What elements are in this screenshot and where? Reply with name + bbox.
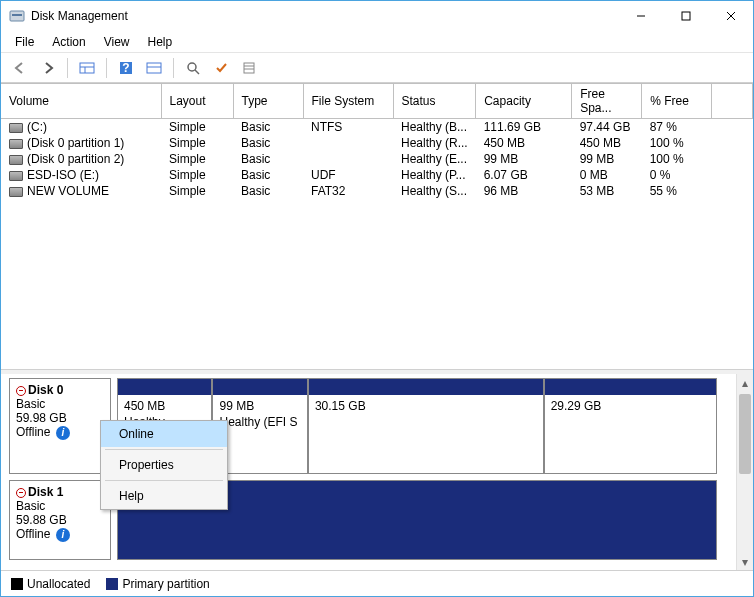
toolbar: ? (1, 53, 753, 83)
table-header-row: Volume Layout Type File System Status Ca… (1, 84, 753, 119)
back-button[interactable] (9, 57, 31, 79)
info-icon[interactable]: i (56, 426, 70, 440)
titlebar: Disk Management (1, 1, 753, 31)
menu-action[interactable]: Action (44, 33, 93, 51)
svg-rect-11 (147, 63, 161, 73)
disk-error-icon (16, 488, 26, 498)
volume-icon (9, 139, 23, 149)
svg-rect-15 (244, 63, 254, 73)
col-layout[interactable]: Layout (161, 84, 233, 119)
col-freespace[interactable]: Free Spa... (572, 84, 642, 119)
col-status[interactable]: Status (393, 84, 476, 119)
settings-button[interactable] (143, 57, 165, 79)
svg-point-13 (188, 63, 196, 71)
legend: Unallocated Primary partition (1, 570, 753, 596)
toolbar-separator (67, 58, 68, 78)
legend-swatch-navy (106, 578, 118, 590)
volume-table[interactable]: Volume Layout Type File System Status Ca… (1, 83, 753, 199)
partition[interactable]: 29.29 GB (544, 378, 717, 474)
svg-rect-3 (682, 12, 690, 20)
context-menu-help[interactable]: Help (101, 483, 227, 509)
table-row[interactable]: (Disk 0 partition 2)SimpleBasicHealthy (… (1, 151, 753, 167)
table-row[interactable]: (Disk 0 partition 1)SimpleBasicHealthy (… (1, 135, 753, 151)
svg-text:?: ? (122, 61, 129, 75)
disk-error-icon (16, 386, 26, 396)
menu-view[interactable]: View (96, 33, 138, 51)
col-filesystem[interactable]: File System (303, 84, 393, 119)
context-menu-separator (105, 449, 223, 450)
maximize-button[interactable] (663, 1, 708, 31)
volume-list-pane: Volume Layout Type File System Status Ca… (1, 83, 753, 370)
col-capacity[interactable]: Capacity (476, 84, 572, 119)
toolbar-separator (173, 58, 174, 78)
show-hide-button[interactable] (76, 57, 98, 79)
menu-file[interactable]: File (7, 33, 42, 51)
col-pctfree[interactable]: % Free (642, 84, 712, 119)
minimize-button[interactable] (618, 1, 663, 31)
svg-rect-1 (12, 14, 22, 16)
app-icon (9, 8, 25, 24)
forward-button[interactable] (37, 57, 59, 79)
table-row[interactable]: (C:)SimpleBasicNTFSHealthy (B...111.69 G… (1, 119, 753, 136)
volume-icon (9, 123, 23, 133)
toolbar-separator (106, 58, 107, 78)
col-blank (712, 84, 753, 119)
list-button[interactable] (238, 57, 260, 79)
volume-icon (9, 187, 23, 197)
info-icon[interactable]: i (56, 528, 70, 542)
refresh-button[interactable] (182, 57, 204, 79)
svg-rect-6 (80, 63, 94, 73)
table-row[interactable]: NEW VOLUMESimpleBasicFAT32Healthy (S...9… (1, 183, 753, 199)
window-title: Disk Management (31, 9, 618, 23)
action-button[interactable] (210, 57, 232, 79)
scroll-up-icon[interactable]: ▴ (737, 374, 753, 391)
col-volume[interactable]: Volume (1, 84, 161, 119)
disk-context-menu: Online Properties Help (100, 420, 228, 510)
scrollbar-thumb[interactable] (739, 394, 751, 474)
legend-swatch-black (11, 578, 23, 590)
legend-primary: Primary partition (106, 577, 209, 591)
help-button[interactable]: ? (115, 57, 137, 79)
legend-unallocated: Unallocated (11, 577, 90, 591)
scroll-down-icon[interactable]: ▾ (737, 553, 753, 570)
menubar: File Action View Help (1, 31, 753, 53)
svg-line-14 (195, 70, 199, 74)
volume-icon (9, 155, 23, 165)
close-button[interactable] (708, 1, 753, 31)
col-type[interactable]: Type (233, 84, 303, 119)
context-menu-properties[interactable]: Properties (101, 452, 227, 478)
context-menu-separator (105, 480, 223, 481)
context-menu-online[interactable]: Online (101, 421, 227, 447)
vertical-scrollbar[interactable]: ▴ ▾ (736, 374, 753, 570)
volume-icon (9, 171, 23, 181)
partition[interactable]: 30.15 GB (308, 378, 544, 474)
disk-label[interactable]: Disk 1Basic59.88 GBOffline i (9, 480, 111, 560)
table-row[interactable]: ESD-ISO (E:)SimpleBasicUDFHealthy (P...6… (1, 167, 753, 183)
menu-help[interactable]: Help (140, 33, 181, 51)
disk-label[interactable]: Disk 0Basic59.98 GBOffline i (9, 378, 111, 474)
